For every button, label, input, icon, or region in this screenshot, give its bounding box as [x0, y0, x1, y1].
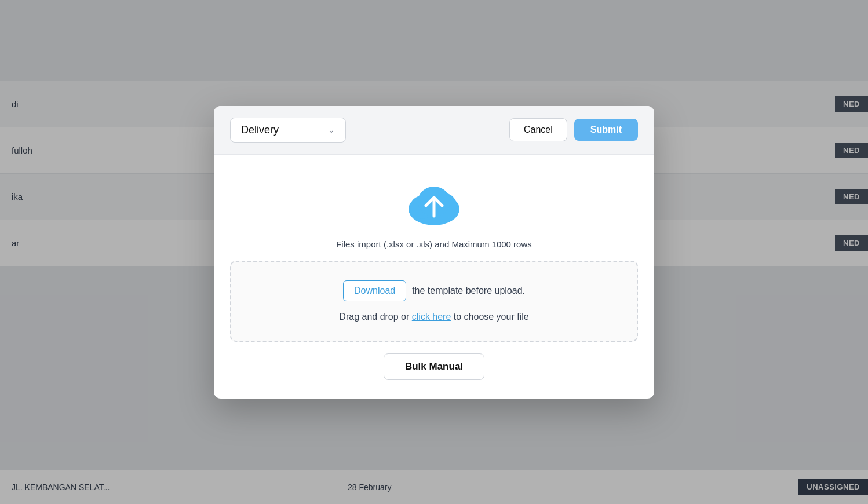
- bulk-manual-button[interactable]: Bulk Manual: [384, 353, 484, 380]
- delivery-select-label: Delivery: [241, 124, 279, 136]
- dropzone[interactable]: Download the template before upload. Dra…: [230, 261, 638, 342]
- import-modal: Delivery ⌄ Cancel Submit: [214, 106, 654, 399]
- submit-button[interactable]: Submit: [574, 119, 638, 141]
- download-suffix-text: the template before upload.: [412, 286, 525, 296]
- download-row: Download the template before upload.: [343, 280, 525, 301]
- click-here-link[interactable]: click here: [412, 312, 451, 322]
- modal-header: Delivery ⌄ Cancel Submit: [214, 106, 654, 155]
- delivery-select[interactable]: Delivery ⌄: [230, 118, 346, 143]
- cloud-upload-icon: [402, 176, 466, 228]
- drag-drop-prefix: Drag and drop or: [339, 312, 411, 322]
- modal-body: Files import (.xlsx or .xls) and Maximum…: [214, 155, 654, 399]
- drag-drop-text: Drag and drop or click here to choose yo…: [339, 312, 528, 322]
- drag-drop-suffix: to choose your file: [451, 312, 528, 322]
- modal-overlay: Delivery ⌄ Cancel Submit: [0, 0, 868, 504]
- download-button[interactable]: Download: [343, 280, 406, 301]
- chevron-down-icon: ⌄: [328, 125, 335, 134]
- header-actions: Cancel Submit: [509, 118, 638, 141]
- cancel-button[interactable]: Cancel: [509, 118, 567, 141]
- file-info-text: Files import (.xlsx or .xls) and Maximum…: [336, 239, 532, 249]
